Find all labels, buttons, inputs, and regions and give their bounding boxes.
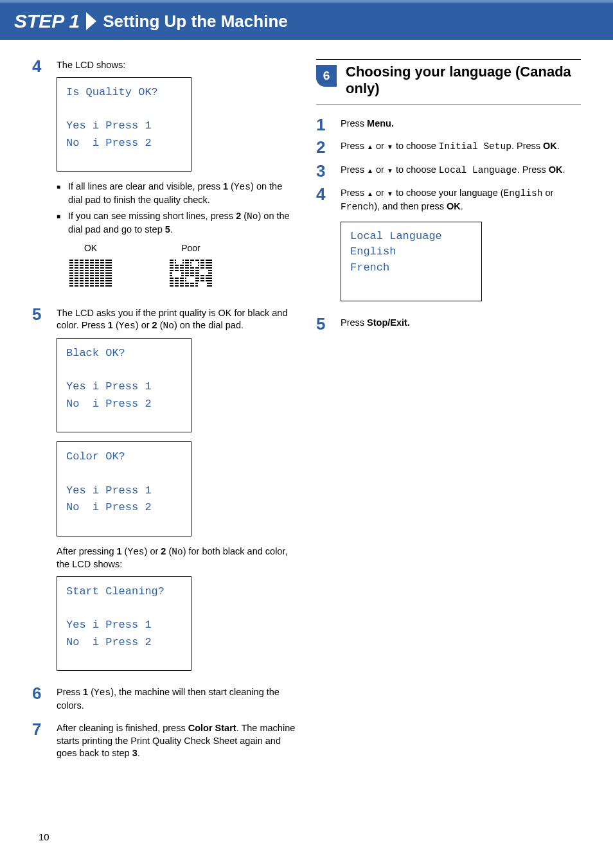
svg-rect-5 <box>69 270 112 271</box>
text: or <box>373 164 387 175</box>
text: Press <box>341 164 367 175</box>
rstep3-text: Press or to choose Local Language. Press… <box>341 164 581 177</box>
text: Press <box>341 188 367 198</box>
pattern-ok-icon <box>69 258 112 289</box>
step5-after: After pressing 1 (Yes) or 2 (No) for bot… <box>57 545 297 571</box>
key: Color Start <box>188 723 236 733</box>
key: Menu. <box>367 118 394 128</box>
lcd-color-ok: Color OK? Yes i Press 1 No i Press 2 <box>57 441 191 536</box>
section-badge: 6 <box>316 65 337 87</box>
svg-rect-38 <box>191 261 198 266</box>
text: ) or <box>136 320 152 330</box>
ok-label: OK <box>69 242 112 254</box>
rstep4-text: Press or to choose your language (Englis… <box>341 187 581 213</box>
key: OK <box>549 164 563 175</box>
step-number: 1 <box>316 116 341 133</box>
svg-rect-39 <box>200 269 208 274</box>
mono: Yes <box>127 547 144 557</box>
step-number: 5 <box>316 315 341 332</box>
step-number: 4 <box>316 186 341 202</box>
key: 2 <box>161 546 166 556</box>
svg-rect-16 <box>94 258 95 289</box>
svg-rect-22 <box>170 267 212 269</box>
svg-rect-1 <box>69 260 112 261</box>
rstep2-text: Press or to choose Initial Setup. Press … <box>341 140 581 154</box>
svg-rect-9 <box>69 280 112 281</box>
rstep-4: 4 Press or to choose your language (Engl… <box>316 187 581 310</box>
quality-ok-sample: OK <box>69 242 112 292</box>
pattern-poor-icon <box>170 258 212 289</box>
text: Press <box>341 317 367 328</box>
step-number: 2 <box>316 139 341 155</box>
step-number: 3 <box>316 163 341 179</box>
text: or <box>373 141 387 151</box>
step6-text: Press 1 (Yes), the machine will then sta… <box>57 686 297 712</box>
mono: Yes <box>119 321 136 331</box>
lcd-quality: Is Quality OK? Yes i Press 1 No i Press … <box>57 77 191 172</box>
svg-rect-37 <box>176 258 182 263</box>
step-7: 7 After cleaning is finished, press Colo… <box>32 722 297 764</box>
text: If you can see missing short lines, pres… <box>68 211 236 221</box>
key: 1 <box>108 320 113 330</box>
text: to choose <box>393 141 439 151</box>
rstep-1: 1 Press Menu. <box>316 118 581 134</box>
text: . Press <box>511 141 543 151</box>
down-arrow-icon <box>387 141 393 151</box>
svg-rect-11 <box>69 285 112 287</box>
quality-poor-sample: Poor <box>170 242 212 292</box>
svg-rect-4 <box>69 267 112 269</box>
key: 2 <box>236 211 241 221</box>
poor-label: Poor <box>170 242 212 254</box>
svg-rect-6 <box>69 272 112 274</box>
rstep-2: 2 Press or to choose Initial Setup. Pres… <box>316 140 581 157</box>
text: . <box>563 164 565 175</box>
key: 1 <box>117 546 122 556</box>
step-ref: 3 <box>132 748 138 758</box>
text: . <box>461 201 463 211</box>
rstep-3: 3 Press or to choose Local Language. Pre… <box>316 164 581 181</box>
down-arrow-icon <box>387 188 393 198</box>
up-arrow-icon <box>367 188 373 198</box>
step-number: 6 <box>32 685 57 702</box>
lcd-start-cleaning: Start Cleaning? Yes i Press 1 No i Press… <box>57 576 191 671</box>
bullet-clear-lines: If all lines are clear and visible, pres… <box>57 181 297 206</box>
text: ) or <box>145 546 161 556</box>
key: OK <box>447 201 461 211</box>
svg-rect-15 <box>89 258 90 289</box>
svg-rect-8 <box>69 278 112 279</box>
text: Press <box>341 141 367 151</box>
mono: English <box>504 188 543 199</box>
mono: Yes <box>234 182 251 192</box>
step-number: 4 <box>32 58 57 75</box>
mono: Local Language <box>439 165 517 175</box>
mono: No <box>172 547 182 557</box>
text: ), the machine will then start cleaning … <box>57 687 280 711</box>
step-4: 4 The LCD shows: Is Quality OK? Yes i Pr… <box>32 59 297 301</box>
svg-rect-21 <box>170 265 212 266</box>
text: . <box>557 141 560 151</box>
key: OK <box>543 141 557 151</box>
svg-rect-19 <box>170 260 212 261</box>
step-label: STEP 1 <box>14 10 80 32</box>
svg-rect-41 <box>186 278 194 283</box>
svg-rect-17 <box>99 258 100 289</box>
step7-text: After cleaning is finished, press Color … <box>57 722 297 760</box>
key: 2 <box>152 320 157 330</box>
rstep5-text: Press Stop/Exit. <box>341 317 581 330</box>
step5-text: The LCD asks you if the print quality is… <box>57 307 297 333</box>
lcd-black-ok: Black OK? Yes i Press 1 No i Press 2 <box>57 338 191 432</box>
step-5: 5 The LCD asks you if the print quality … <box>32 307 297 680</box>
step4-intro: The LCD shows: <box>57 59 297 72</box>
svg-rect-3 <box>69 265 112 266</box>
lcd-local-language: Local Language English French <box>341 222 482 301</box>
text: If all lines are clear and visible, pres… <box>68 181 223 191</box>
svg-rect-7 <box>69 275 112 276</box>
svg-rect-33 <box>189 258 190 289</box>
key: 1 <box>223 181 228 191</box>
up-arrow-icon <box>367 164 373 175</box>
text: Press <box>57 687 83 697</box>
header-title: Setting Up the Machine <box>103 12 287 31</box>
step-6: 6 Press 1 (Yes), the machine will then s… <box>32 686 297 716</box>
text: to choose your language ( <box>393 188 504 198</box>
text: After pressing <box>57 546 117 556</box>
